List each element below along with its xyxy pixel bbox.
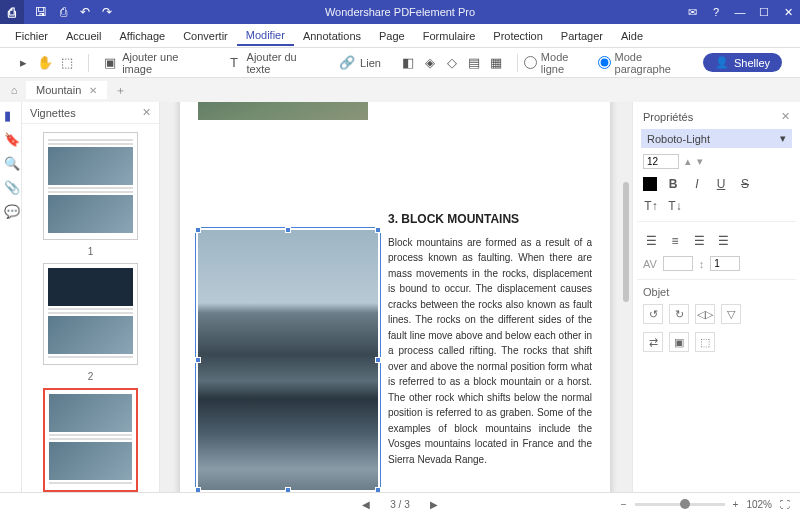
extract-icon[interactable]: ▣ xyxy=(669,332,689,352)
add-text-button[interactable]: Ajouter du texte xyxy=(247,51,321,75)
line-spacing-input[interactable] xyxy=(710,256,740,271)
text-block[interactable]: the plate crumbles and folds creating a … xyxy=(378,102,592,190)
color-swatch[interactable] xyxy=(643,177,657,191)
menu-accueil[interactable]: Accueil xyxy=(57,27,110,45)
rotate-right-icon[interactable]: ↻ xyxy=(669,304,689,324)
next-page-icon[interactable]: ▶ xyxy=(430,499,438,510)
watermark-icon[interactable]: ◈ xyxy=(421,54,439,72)
menu-aide[interactable]: Aide xyxy=(612,27,652,45)
char-spacing-input[interactable] xyxy=(663,256,693,271)
align-justify-icon[interactable]: ☰ xyxy=(715,234,731,248)
mail-icon[interactable]: ✉ xyxy=(680,0,704,24)
decrease-icon[interactable]: ▾ xyxy=(697,155,703,168)
bold-button[interactable]: B xyxy=(665,177,681,191)
page-thumbnail[interactable] xyxy=(43,263,138,365)
font-selector[interactable]: Roboto-Light▾ xyxy=(641,129,792,148)
pdf-page[interactable]: the plate crumbles and folds creating a … xyxy=(180,102,610,492)
bates-icon[interactable]: ▦ xyxy=(487,54,505,72)
print-icon[interactable]: ⎙ xyxy=(54,3,72,21)
page-thumbnail[interactable] xyxy=(43,132,138,240)
align-right-icon[interactable]: ☰ xyxy=(691,234,707,248)
background-icon[interactable]: ◇ xyxy=(443,54,461,72)
text-icon[interactable]: T xyxy=(225,54,242,72)
document-canvas[interactable]: the plate crumbles and folds creating a … xyxy=(160,102,632,492)
thumbnails-icon[interactable]: ▮ xyxy=(4,108,18,122)
mode-line-radio[interactable]: Mode ligne xyxy=(524,51,592,75)
align-center-icon[interactable]: ≡ xyxy=(667,234,683,248)
search-icon[interactable]: 🔍 xyxy=(4,156,18,170)
crop-icon[interactable]: ◧ xyxy=(399,54,417,72)
embedded-image[interactable] xyxy=(198,102,368,120)
selected-image[interactable] xyxy=(198,230,378,490)
fit-icon[interactable]: ⛶ xyxy=(780,499,790,510)
vertical-scrollbar[interactable] xyxy=(622,102,630,492)
menu-fichier[interactable]: Fichier xyxy=(6,27,57,45)
save-icon[interactable]: 🖫 xyxy=(32,3,50,21)
add-image-button[interactable]: Ajouter une image xyxy=(122,51,207,75)
minimize-icon[interactable]: — xyxy=(728,0,752,24)
image-icon[interactable]: ▣ xyxy=(101,54,118,72)
align-left-icon[interactable]: ☰ xyxy=(643,234,659,248)
pointer-icon[interactable]: ▸ xyxy=(14,54,32,72)
resize-handle[interactable] xyxy=(375,357,381,363)
resize-handle[interactable] xyxy=(375,227,381,233)
menu-protection[interactable]: Protection xyxy=(484,27,552,45)
body-text[interactable]: Block mountains are formed as a result o… xyxy=(388,235,592,468)
zoom-in-icon[interactable]: + xyxy=(733,499,739,510)
redo-icon[interactable]: ↷ xyxy=(98,3,116,21)
select-icon[interactable]: ⬚ xyxy=(58,54,76,72)
bookmarks-icon[interactable]: 🔖 xyxy=(4,132,18,146)
resize-handle[interactable] xyxy=(195,357,201,363)
home-tab-icon[interactable]: ⌂ xyxy=(4,80,24,100)
close-icon[interactable]: ✕ xyxy=(776,0,800,24)
menu-partager[interactable]: Partager xyxy=(552,27,612,45)
increase-icon[interactable]: ▴ xyxy=(685,155,691,168)
underline-button[interactable]: U xyxy=(713,177,729,191)
superscript-button[interactable]: T↑ xyxy=(643,199,659,213)
close-panel-icon[interactable]: ✕ xyxy=(142,106,151,119)
font-size-input[interactable] xyxy=(643,154,679,169)
mode-paragraph-radio[interactable]: Mode paragraphe xyxy=(598,51,697,75)
menu-formulaire[interactable]: Formulaire xyxy=(414,27,485,45)
user-button[interactable]: 👤Shelley xyxy=(703,53,782,72)
hand-icon[interactable]: ✋ xyxy=(36,54,54,72)
add-tab-icon[interactable]: ＋ xyxy=(111,81,129,99)
close-panel-icon[interactable]: ✕ xyxy=(781,110,790,123)
menu-annotations[interactable]: Annotations xyxy=(294,27,370,45)
thumbnails-list[interactable]: 1 2 3 xyxy=(22,124,159,492)
flip-v-icon[interactable]: ▽ xyxy=(721,304,741,324)
page-indicator[interactable]: 3 / 3 xyxy=(390,499,409,510)
prev-page-icon[interactable]: ◀ xyxy=(362,499,370,510)
zoom-value[interactable]: 102% xyxy=(746,499,772,510)
header-icon[interactable]: ▤ xyxy=(465,54,483,72)
replace-icon[interactable]: ⇄ xyxy=(643,332,663,352)
menu-affichage[interactable]: Affichage xyxy=(110,27,174,45)
subscript-button[interactable]: T↓ xyxy=(667,199,683,213)
close-tab-icon[interactable]: ✕ xyxy=(89,85,97,96)
attach-icon[interactable]: 📎 xyxy=(4,180,18,194)
zoom-slider[interactable] xyxy=(635,503,725,506)
menu-page[interactable]: Page xyxy=(370,27,414,45)
page-thumbnail-selected[interactable] xyxy=(43,388,138,492)
zoom-out-icon[interactable]: − xyxy=(621,499,627,510)
menu-modifier[interactable]: Modifier xyxy=(237,26,294,46)
question-icon[interactable]: ? xyxy=(704,0,728,24)
resize-handle[interactable] xyxy=(285,227,291,233)
resize-handle[interactable] xyxy=(195,227,201,233)
scrollbar-thumb[interactable] xyxy=(623,182,629,302)
comment-icon[interactable]: 💬 xyxy=(4,204,18,218)
maximize-icon[interactable]: ☐ xyxy=(752,0,776,24)
section-heading[interactable]: 3. BLOCK MOUNTAINS xyxy=(388,210,592,229)
rotate-left-icon[interactable]: ↺ xyxy=(643,304,663,324)
char-spacing-icon: AV xyxy=(643,258,657,270)
italic-button[interactable]: I xyxy=(689,177,705,191)
crop-icon[interactable]: ⬚ xyxy=(695,332,715,352)
flip-h-icon[interactable]: ◁▷ xyxy=(695,304,715,324)
text-block[interactable]: 3. BLOCK MOUNTAINS Block mountains are f… xyxy=(388,210,592,490)
menu-convertir[interactable]: Convertir xyxy=(174,27,237,45)
link-icon[interactable]: 🔗 xyxy=(338,54,356,72)
undo-icon[interactable]: ↶ xyxy=(76,3,94,21)
document-tab[interactable]: Mountain ✕ xyxy=(26,81,107,99)
strike-button[interactable]: S xyxy=(737,177,753,191)
link-button[interactable]: Lien xyxy=(360,57,381,69)
